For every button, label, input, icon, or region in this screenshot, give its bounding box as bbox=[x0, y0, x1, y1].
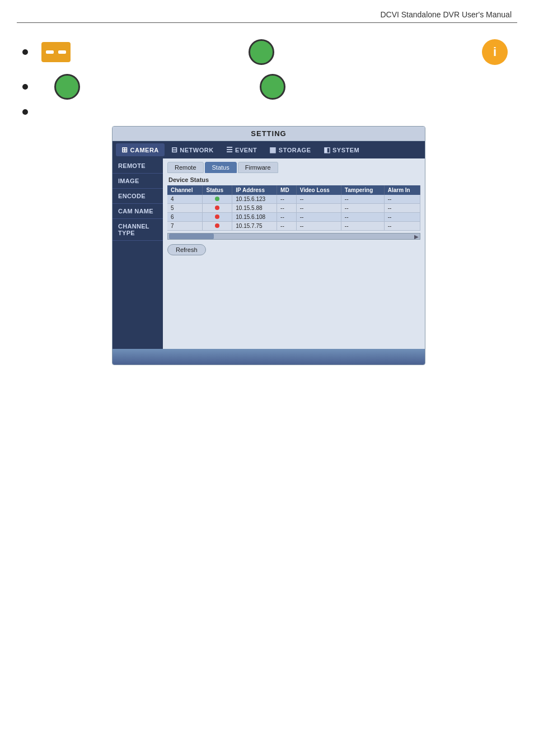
col-video-loss: Video Loss bbox=[296, 185, 341, 195]
cell-md: -- bbox=[277, 195, 297, 204]
setting-panel: SETTING ⊞ CAMERA ⊟ NETWORK ☰ EVENT ▦ STO… bbox=[112, 126, 425, 365]
status-dot-icon bbox=[215, 214, 219, 219]
col-ip-address: IP Address bbox=[232, 185, 277, 195]
sub-tabs: Remote Status Firmware bbox=[167, 162, 420, 173]
cell-ip: 10.15.5.88 bbox=[232, 204, 277, 213]
page-title: DCVI Standalone DVR User's Manual bbox=[0, 0, 534, 22]
cell-status bbox=[203, 222, 232, 231]
cell-tampering: -- bbox=[341, 195, 384, 204]
sidebar: REMOTE IMAGE ENCODE CAM NAME CHANNEL TYP… bbox=[113, 158, 163, 349]
status-dot-icon bbox=[215, 223, 219, 228]
sub-tab-remote[interactable]: Remote bbox=[167, 162, 204, 173]
icon-circle-green-2-box bbox=[50, 74, 84, 99]
sub-tab-status[interactable]: Status bbox=[205, 162, 237, 173]
device-table-body: 4 10.15.6.123 -- -- -- -- 5 10.15.5.88 -… bbox=[167, 195, 420, 231]
cell-video-loss: -- bbox=[296, 213, 341, 222]
cell-tampering: -- bbox=[341, 222, 384, 231]
sidebar-item-channel-type[interactable]: CHANNEL TYPE bbox=[113, 219, 163, 241]
cell-channel: 4 bbox=[167, 195, 203, 204]
scroll-right-arrow-icon[interactable]: ▶ bbox=[414, 234, 420, 240]
sidebar-item-cam-name[interactable]: CAM NAME bbox=[113, 204, 163, 219]
circle-green-2-icon bbox=[54, 74, 80, 100]
icon-rect-yellow-box bbox=[39, 40, 73, 64]
panel-footer bbox=[113, 349, 425, 365]
icon-circle-green-1-box bbox=[245, 40, 278, 64]
storage-icon: ▦ bbox=[269, 146, 277, 154]
cell-md: -- bbox=[277, 222, 297, 231]
cell-md: -- bbox=[277, 204, 297, 213]
svg-rect-0 bbox=[46, 50, 54, 53]
device-status-table: Channel Status IP Address MD Video Loss … bbox=[167, 185, 420, 231]
svg-rect-1 bbox=[58, 50, 66, 53]
table-row: 5 10.15.5.88 -- -- -- -- bbox=[167, 204, 420, 213]
cell-ip: 10.15.7.75 bbox=[232, 222, 277, 231]
cell-channel: 6 bbox=[167, 213, 203, 222]
top-nav: ⊞ CAMERA ⊟ NETWORK ☰ EVENT ▦ STORAGE ◧ S… bbox=[113, 141, 425, 158]
col-channel: Channel bbox=[167, 185, 203, 195]
table-header-row: Channel Status IP Address MD Video Loss … bbox=[167, 185, 420, 195]
bullet-3 bbox=[22, 109, 28, 115]
cell-status bbox=[203, 204, 232, 213]
cell-ip: 10.15.6.108 bbox=[232, 213, 277, 222]
horizontal-scrollbar[interactable]: ▶ bbox=[167, 233, 420, 240]
cell-alarm-in: -- bbox=[384, 195, 420, 204]
nav-tab-system[interactable]: ◧ SYSTEM bbox=[318, 143, 366, 156]
table-row: 7 10.15.7.75 -- -- -- -- bbox=[167, 222, 420, 231]
nav-tab-camera[interactable]: ⊞ CAMERA bbox=[116, 143, 165, 156]
sidebar-item-encode[interactable]: ENCODE bbox=[113, 189, 163, 204]
nav-tab-storage[interactable]: ▦ STORAGE bbox=[264, 143, 316, 156]
sidebar-item-remote[interactable]: REMOTE bbox=[113, 158, 163, 174]
col-tampering: Tampering bbox=[341, 185, 384, 195]
circle-green-1-icon bbox=[249, 39, 274, 65]
info-yellow-icon: i bbox=[482, 39, 508, 65]
cell-alarm-in: -- bbox=[384, 213, 420, 222]
cell-ip: 10.15.6.123 bbox=[232, 195, 277, 204]
col-md: MD bbox=[277, 185, 297, 195]
sidebar-item-image[interactable]: IMAGE bbox=[113, 174, 163, 189]
cell-alarm-in: -- bbox=[384, 222, 420, 231]
col-alarm-in: Alarm In bbox=[384, 185, 420, 195]
circle-green-3-icon bbox=[260, 74, 285, 100]
cell-md: -- bbox=[277, 213, 297, 222]
main-content: i SETTING ⊞ CAMERA bbox=[0, 23, 534, 365]
bullet-2 bbox=[22, 84, 28, 90]
cell-video-loss: -- bbox=[296, 195, 341, 204]
cell-tampering: -- bbox=[341, 213, 384, 222]
network-icon: ⊟ bbox=[171, 146, 178, 154]
cell-video-loss: -- bbox=[296, 204, 341, 213]
minus-lines-icon bbox=[46, 48, 66, 56]
nav-tab-event[interactable]: ☰ EVENT bbox=[221, 143, 263, 156]
scroll-thumb[interactable] bbox=[169, 234, 214, 239]
setting-title: SETTING bbox=[251, 129, 286, 138]
col-status: Status bbox=[203, 185, 232, 195]
cell-channel: 7 bbox=[167, 222, 203, 231]
status-dot-icon bbox=[215, 206, 219, 210]
icon-row-1: i bbox=[22, 40, 512, 64]
cell-status bbox=[203, 213, 232, 222]
cell-video-loss: -- bbox=[296, 222, 341, 231]
camera-icon: ⊞ bbox=[121, 146, 128, 154]
cell-channel: 5 bbox=[167, 204, 203, 213]
rect-yellow-icon bbox=[41, 42, 71, 62]
icon-info-yellow-box: i bbox=[478, 40, 512, 64]
setting-title-bar: SETTING bbox=[113, 127, 425, 141]
sub-tab-firmware[interactable]: Firmware bbox=[238, 162, 278, 173]
event-icon: ☰ bbox=[226, 146, 233, 154]
section-label-device-status: Device Status bbox=[167, 176, 420, 183]
status-dot-icon bbox=[215, 197, 219, 201]
table-row: 6 10.15.6.108 -- -- -- -- bbox=[167, 213, 420, 222]
icon-row-3 bbox=[22, 109, 512, 115]
cell-tampering: -- bbox=[341, 204, 384, 213]
refresh-button[interactable]: Refresh bbox=[167, 244, 206, 255]
system-icon: ◧ bbox=[324, 146, 331, 154]
bullet-1 bbox=[22, 49, 28, 55]
table-row: 4 10.15.6.123 -- -- -- -- bbox=[167, 195, 420, 204]
panel-body: REMOTE IMAGE ENCODE CAM NAME CHANNEL TYP… bbox=[113, 158, 425, 349]
nav-tab-network[interactable]: ⊟ NETWORK bbox=[166, 143, 219, 156]
cell-alarm-in: -- bbox=[384, 204, 420, 213]
content-area: Remote Status Firmware Device Status bbox=[163, 158, 425, 349]
icon-row-2 bbox=[22, 74, 512, 99]
icon-circle-green-3-box bbox=[256, 74, 289, 99]
cell-status bbox=[203, 195, 232, 204]
